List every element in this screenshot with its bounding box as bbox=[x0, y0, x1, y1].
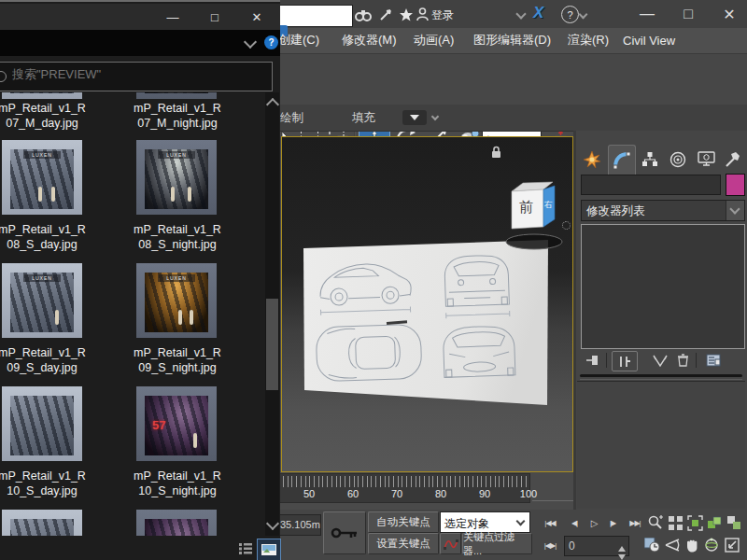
coordinate-display-field[interactable]: 35.105m bbox=[276, 514, 321, 536]
explorer-minimize-button[interactable]: — bbox=[157, 6, 189, 28]
expand-ribbon-chevron-icon[interactable] bbox=[244, 35, 257, 49]
menu-civil-view[interactable]: Civil View bbox=[617, 28, 681, 52]
current-frame-field[interactable]: 0 bbox=[564, 536, 629, 556]
explorer-close-button[interactable]: ✕ bbox=[241, 6, 273, 28]
configure-modifier-sets-icon[interactable] bbox=[703, 352, 724, 369]
go-to-end-button[interactable]: ▶▶| bbox=[625, 514, 645, 531]
pin-stack-icon[interactable] bbox=[584, 352, 600, 369]
ribbon-tab-draw[interactable]: 绘制 bbox=[280, 105, 303, 131]
file-thumbnail[interactable]: 57 bbox=[136, 386, 217, 461]
play-button[interactable]: ▷ bbox=[586, 514, 601, 531]
scroll-up-icon[interactable] bbox=[266, 98, 279, 111]
timeline-ruler[interactable]: 50 60 70 80 90 100 bbox=[276, 473, 530, 503]
field-of-view-button[interactable] bbox=[663, 537, 682, 553]
file-thumbnail[interactable] bbox=[2, 92, 82, 99]
explorer-search-input[interactable] bbox=[10, 66, 247, 82]
search-binoculars-icon[interactable] bbox=[353, 7, 374, 23]
communication-icon[interactable] bbox=[377, 7, 396, 23]
menu-modifiers[interactable]: 修改器(M) bbox=[336, 28, 402, 52]
ribbon-tab-fill[interactable]: 填充 bbox=[352, 105, 375, 131]
help-dropdown-icon[interactable] bbox=[579, 10, 588, 20]
object-color-swatch[interactable] bbox=[726, 174, 745, 196]
scrollbar-thumb[interactable] bbox=[266, 299, 278, 390]
perspective-viewport[interactable]: 前 右 bbox=[281, 136, 573, 472]
viewcube-right-label[interactable]: 右 bbox=[544, 199, 553, 211]
file-thumbnail[interactable]: LUXEN bbox=[2, 263, 82, 338]
viewcube[interactable]: 前 右 bbox=[504, 178, 566, 253]
set-key-mode-button[interactable]: 设置关键点 bbox=[368, 533, 439, 554]
zoom-viewport-button[interactable] bbox=[647, 514, 664, 531]
explorer-scrollbar[interactable] bbox=[265, 92, 279, 536]
menu-rendering[interactable]: 渲染(R) bbox=[562, 28, 614, 52]
sign-in-dropdown-icon[interactable] bbox=[515, 8, 526, 19]
zoom-region-button[interactable] bbox=[726, 514, 742, 531]
max-minimize-button[interactable]: — bbox=[634, 4, 660, 24]
thumbnail-view-button[interactable] bbox=[257, 539, 281, 560]
file-name[interactable]: mP_Retail_v1_R08_S_night.jpg bbox=[112, 222, 243, 252]
explorer-search-box[interactable] bbox=[0, 62, 273, 91]
time-configuration-button[interactable] bbox=[642, 537, 661, 553]
utilities-tab-icon[interactable] bbox=[719, 147, 745, 173]
max-close-button[interactable]: ✕ bbox=[716, 4, 742, 24]
dropdown-chevron-icon[interactable] bbox=[726, 201, 744, 220]
menu-graph-editors[interactable]: 图形编辑器(D) bbox=[468, 28, 557, 52]
key-filters-button[interactable]: 关键点过滤器... bbox=[462, 533, 532, 554]
orbit-button[interactable] bbox=[702, 537, 721, 553]
spinner-down-icon[interactable] bbox=[618, 547, 627, 553]
explorer-maximize-button[interactable]: □ bbox=[199, 6, 231, 28]
display-tab-icon[interactable] bbox=[693, 147, 719, 173]
ribbon-flyout-button[interactable] bbox=[402, 110, 427, 125]
zoom-extents-all-button[interactable] bbox=[706, 514, 723, 531]
motion-tab-icon[interactable] bbox=[665, 147, 691, 173]
sign-in-label[interactable]: 登录 bbox=[431, 7, 454, 23]
favorites-star-icon[interactable] bbox=[398, 6, 415, 22]
details-view-button[interactable] bbox=[237, 540, 254, 557]
explorer-titlebar[interactable]: — □ ✕ bbox=[0, 4, 280, 30]
help-icon[interactable]: ? bbox=[561, 6, 579, 23]
create-tab-icon[interactable] bbox=[579, 147, 605, 173]
file-name[interactable]: mP_Retail_v1_R09_S_night.jpg bbox=[112, 345, 243, 375]
file-thumbnail[interactable] bbox=[2, 510, 82, 536]
remove-modifier-icon[interactable] bbox=[673, 352, 692, 369]
max-maximize-button[interactable]: □ bbox=[675, 4, 701, 24]
file-name[interactable]: mP_Retail_v1_R09_S_day.jpg bbox=[0, 345, 107, 375]
file-name[interactable]: mP_Retail_v1_R10_S_night.jpg bbox=[112, 469, 243, 498]
show-end-result-button[interactable] bbox=[612, 351, 638, 371]
zoom-extents-button[interactable] bbox=[686, 514, 703, 531]
menu-animation[interactable]: 动画(A) bbox=[408, 28, 459, 52]
file-name[interactable]: mP_Retail_v1_R08_S_day.jpg bbox=[0, 222, 107, 252]
maximize-viewport-toggle-button[interactable] bbox=[723, 537, 741, 553]
file-name[interactable]: mP_Retail_v1_R10_S_day.jpg bbox=[0, 469, 107, 498]
scroll-down-icon[interactable] bbox=[266, 517, 279, 530]
file-thumbnail[interactable] bbox=[136, 92, 217, 99]
file-thumbnail[interactable] bbox=[136, 510, 217, 536]
next-frame-button[interactable]: |▶ bbox=[603, 514, 622, 531]
max-search-input[interactable] bbox=[278, 5, 353, 27]
ribbon-flyout-caret-icon[interactable] bbox=[431, 113, 439, 120]
viewcube-settings-gear-icon[interactable] bbox=[562, 221, 571, 230]
go-to-start-button[interactable]: |◀◀ bbox=[540, 514, 560, 531]
set-key-big-button[interactable] bbox=[323, 511, 366, 554]
new-key-tangent-button[interactable] bbox=[440, 533, 461, 554]
file-thumbnail[interactable]: LUXEN bbox=[136, 140, 217, 215]
modifier-stack-listbox[interactable] bbox=[581, 224, 745, 349]
hierarchy-tab-icon[interactable] bbox=[637, 147, 663, 173]
menu-create[interactable]: 创建(C) bbox=[273, 28, 325, 52]
make-unique-icon[interactable] bbox=[651, 352, 669, 369]
file-thumbnail[interactable] bbox=[2, 386, 82, 461]
auto-key-button[interactable]: 自动关键点 bbox=[368, 511, 439, 533]
previous-frame-button[interactable]: ◀| bbox=[565, 514, 584, 531]
object-name-field[interactable] bbox=[581, 175, 721, 195]
zoom-all-button[interactable] bbox=[667, 514, 684, 531]
modify-tab-icon[interactable] bbox=[608, 145, 636, 175]
pan-hand-button[interactable] bbox=[683, 537, 701, 553]
file-name[interactable]: mP_Retail_v1_R07_M_day.jpg bbox=[0, 101, 107, 131]
key-mode-toggle-button[interactable]: |◀▶| bbox=[540, 537, 560, 553]
spinner-up-icon[interactable] bbox=[618, 539, 627, 545]
viewcube-front-label[interactable]: 前 bbox=[519, 199, 533, 217]
file-name[interactable]: mP_Retail_v1_R07_M_night.jpg bbox=[112, 101, 243, 131]
file-thumbnail[interactable]: LUXEN bbox=[2, 140, 82, 215]
file-thumbnail[interactable]: LUXEN bbox=[136, 263, 217, 338]
explorer-help-icon[interactable]: ? bbox=[264, 35, 278, 49]
modifier-list-dropdown[interactable]: 修改器列表 bbox=[581, 200, 745, 221]
